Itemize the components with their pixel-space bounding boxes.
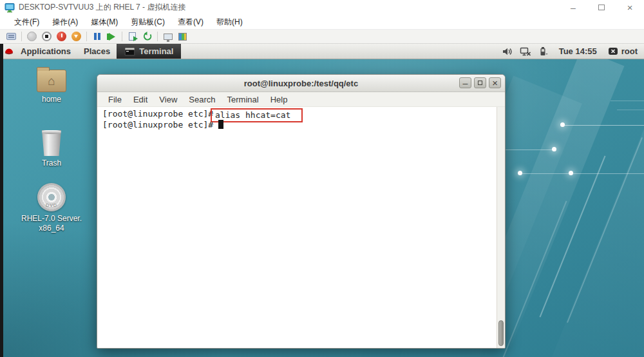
shell-prompt: [root@linuxprobe etc]# (102, 120, 218, 130)
menu-media[interactable]: 媒体(M) (84, 15, 124, 29)
toolbar-separator (86, 32, 87, 41)
enhanced-session-button[interactable] (175, 30, 190, 43)
menu-file[interactable]: 文件(F) (8, 15, 46, 29)
terminal-output[interactable]: [root@linuxprobe etc]# alias hhcat=cat [… (97, 107, 497, 348)
scrollbar-thumb[interactable] (498, 320, 504, 346)
wallpaper-line (520, 173, 644, 174)
pause-icon (94, 33, 100, 40)
shutdown-icon (57, 32, 66, 41)
terminal-icon (124, 47, 135, 56)
toolbar-separator (21, 32, 22, 41)
menu-clipboard[interactable]: 剪贴板(C) (124, 15, 171, 29)
terminal-menu-terminal[interactable]: Terminal (222, 95, 265, 104)
minimize-button[interactable] (559, 0, 587, 15)
user-menu[interactable]: root (608, 46, 638, 56)
wallpaper-dot (569, 171, 573, 175)
redhat-logo-icon (4, 47, 14, 56)
resume-button[interactable] (104, 30, 119, 43)
pause-button[interactable] (90, 30, 104, 43)
gnome-top-bar: Applications Places Terminal (0, 44, 644, 59)
maximize-button[interactable] (587, 0, 616, 15)
toolbar-separator (122, 32, 122, 41)
wallpaper-stripe (537, 83, 644, 357)
host-menubar: 文件(F) 操作(A) 媒体(M) 剪贴板(C) 查看(V) 帮助(H) (0, 15, 644, 30)
hyperv-vm-connection-window: DESKTOP-SVTVUU3 上的 RHEL 7 - 虚拟机连接 文件(F) … (0, 0, 644, 357)
close-icon (627, 2, 633, 14)
terminal-window-controls (459, 77, 501, 88)
places-menu[interactable]: Places (77, 44, 117, 59)
wallpaper-line (611, 101, 644, 101)
terminal-minimize-button[interactable] (459, 77, 471, 88)
minimize-icon (571, 2, 576, 14)
close-button[interactable] (616, 0, 644, 15)
host-window-controls (559, 0, 644, 15)
trash-icon-label: Trash (42, 159, 61, 168)
power-button[interactable] (24, 30, 39, 43)
terminal-scrollbar[interactable] (497, 107, 505, 348)
dvd-disc-text: DVD (46, 203, 57, 207)
desktop-icon-trash[interactable]: Trash (19, 128, 84, 168)
menu-help[interactable]: 帮助(H) (210, 15, 249, 29)
host-toolbar (0, 30, 644, 44)
dvd-disc-icon: DVD (37, 183, 66, 211)
home-folder-icon: ⌂ (37, 70, 66, 92)
command-text: alias hhcat=cat (215, 110, 290, 120)
checkpoint-button[interactable] (125, 30, 140, 43)
terminal-menu-help[interactable]: Help (265, 95, 294, 104)
terminal-titlebar[interactable]: root@linuxprobe:/test/qq/etc (97, 75, 505, 92)
user-status-icon (608, 47, 618, 56)
wallpaper-line (540, 155, 606, 317)
wallpaper-line (563, 125, 644, 126)
battery-icon[interactable] (538, 46, 548, 57)
menu-action[interactable]: 操作(A) (46, 15, 84, 29)
save-button[interactable] (69, 30, 84, 43)
dvd-icon-label-line1: RHEL-7.0 Server. (21, 214, 82, 224)
text-cursor (218, 120, 223, 129)
revert-button[interactable] (140, 30, 155, 43)
revert-icon (142, 32, 153, 42)
terminal-task-button[interactable]: Terminal (117, 44, 181, 59)
vm-viewport-edge (0, 44, 3, 357)
gnome-bar-left: Applications Places Terminal (4, 44, 181, 59)
keyboard-icon (6, 33, 16, 40)
highlight-box: alias hhcat=cat (211, 108, 303, 122)
terminal-maximize-button[interactable] (474, 77, 486, 88)
maximize-icon (598, 5, 605, 10)
terminal-close-button[interactable] (489, 77, 501, 88)
terminal-title: root@linuxprobe:/test/qq/etc (244, 79, 358, 88)
user-label: root (621, 46, 638, 56)
house-glyph: ⌂ (48, 75, 55, 87)
terminal-menu-view[interactable]: View (153, 95, 183, 104)
applications-menu[interactable]: Applications (14, 44, 77, 59)
maximize-icon (478, 81, 482, 85)
dvd-icon-label-line2: x86_64 (21, 224, 82, 233)
toolbar-separator (157, 32, 158, 41)
wallpaper-line (617, 110, 644, 110)
terminal-menu-edit[interactable]: Edit (128, 95, 153, 104)
wallpaper-line (502, 150, 554, 150)
trash-icon (41, 130, 62, 156)
network-offline-icon[interactable] (520, 46, 531, 57)
monitor-icon (164, 34, 173, 40)
save-icon (71, 32, 81, 41)
desktop-icon-home[interactable]: ⌂ home (19, 64, 84, 104)
ctrl-alt-del-button[interactable] (4, 30, 19, 43)
terminal-menu-search[interactable]: Search (183, 95, 221, 104)
volume-icon[interactable] (502, 46, 513, 57)
clock[interactable]: Tue 14:55 (555, 46, 601, 56)
home-icon-label: home (42, 95, 61, 104)
shutdown-button[interactable] (54, 30, 69, 43)
screen-button[interactable] (160, 30, 175, 43)
terminal-menu-file[interactable]: File (102, 95, 128, 104)
wallpaper-dot (560, 122, 565, 127)
desktop-icon-rhel-dvd[interactable]: DVD RHEL-7.0 Server. x86_64 (19, 183, 84, 233)
menu-view[interactable]: 查看(V) (171, 15, 210, 29)
power-icon (27, 32, 37, 41)
turn-off-button[interactable] (39, 30, 54, 43)
enhanced-session-icon (178, 33, 187, 41)
terminal-line-1: [root@linuxprobe etc]# alias hhcat=cat (102, 108, 497, 119)
close-icon (492, 78, 498, 88)
hyperv-app-icon (5, 3, 15, 13)
wallpaper-dot (518, 171, 522, 175)
wallpaper-line (567, 137, 643, 323)
